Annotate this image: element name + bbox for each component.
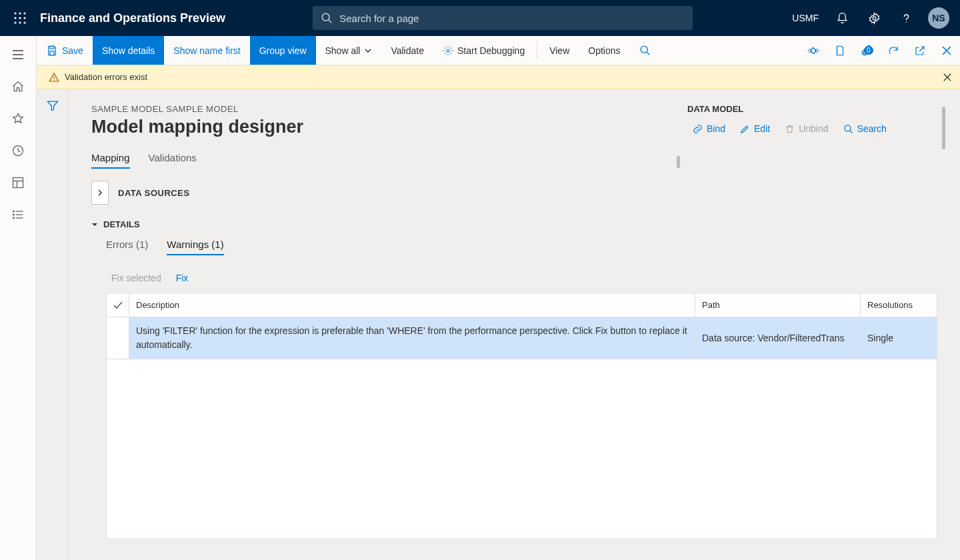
office-icon bbox=[834, 45, 846, 57]
app-launcher-button[interactable] bbox=[7, 12, 33, 24]
page-search-button[interactable] bbox=[630, 36, 660, 65]
related-info-button[interactable] bbox=[800, 45, 827, 57]
view-menu[interactable]: View bbox=[540, 36, 579, 65]
left-nav-rail bbox=[0, 36, 37, 89]
settings-button[interactable] bbox=[860, 0, 889, 36]
warning-icon bbox=[49, 72, 59, 83]
global-search[interactable] bbox=[313, 6, 693, 30]
svg-line-10 bbox=[329, 20, 331, 23]
svg-rect-27 bbox=[50, 51, 54, 55]
save-icon bbox=[46, 45, 58, 57]
refresh-icon bbox=[887, 45, 899, 57]
close-icon bbox=[941, 45, 952, 56]
chevron-down-icon bbox=[364, 47, 372, 55]
svg-point-11 bbox=[873, 17, 877, 20]
nav-hamburger[interactable] bbox=[2, 41, 34, 68]
svg-point-4 bbox=[19, 17, 21, 19]
search-input[interactable] bbox=[339, 13, 685, 24]
svg-point-7 bbox=[19, 21, 21, 23]
svg-point-3 bbox=[14, 17, 16, 19]
svg-point-12 bbox=[906, 21, 907, 23]
waffle-icon bbox=[14, 12, 26, 24]
refresh-button[interactable] bbox=[880, 45, 907, 57]
svg-point-28 bbox=[447, 49, 449, 52]
hamburger-icon bbox=[11, 48, 25, 61]
show-details-button[interactable]: Show details bbox=[93, 36, 164, 65]
svg-rect-26 bbox=[50, 46, 54, 49]
start-debugging-button[interactable]: Start Debugging bbox=[433, 36, 534, 65]
legal-entity[interactable]: USMF bbox=[785, 13, 825, 23]
svg-point-0 bbox=[14, 12, 16, 14]
help-button[interactable] bbox=[892, 0, 921, 36]
command-bar: Save Show details Show name first Group … bbox=[0, 36, 960, 65]
search-icon bbox=[639, 45, 651, 56]
popout-button[interactable] bbox=[907, 45, 933, 57]
gear-icon bbox=[868, 12, 881, 25]
options-menu[interactable]: Options bbox=[579, 36, 629, 65]
diamond-icon bbox=[807, 45, 819, 57]
svg-point-6 bbox=[14, 21, 16, 23]
search-icon bbox=[321, 12, 333, 24]
bell-icon bbox=[836, 12, 849, 25]
svg-point-1 bbox=[19, 12, 21, 14]
nav-home[interactable] bbox=[2, 73, 34, 89]
svg-point-9 bbox=[322, 13, 329, 21]
show-name-first-button[interactable]: Show name first bbox=[164, 36, 249, 65]
svg-point-34 bbox=[53, 79, 54, 80]
svg-point-2 bbox=[23, 12, 25, 14]
validate-button[interactable]: Validate bbox=[381, 36, 433, 65]
svg-line-30 bbox=[647, 52, 649, 55]
home-icon bbox=[11, 80, 25, 89]
svg-point-29 bbox=[641, 46, 647, 53]
svg-point-8 bbox=[23, 21, 25, 23]
open-office-button[interactable] bbox=[827, 45, 853, 57]
close-icon bbox=[943, 73, 952, 82]
attachments-button[interactable]: 0 bbox=[853, 45, 880, 57]
show-all-dropdown[interactable]: Show all bbox=[316, 36, 382, 65]
close-button[interactable] bbox=[933, 45, 960, 56]
save-label: Save bbox=[62, 45, 83, 56]
app-title: Finance and Operations Preview bbox=[40, 11, 225, 25]
question-icon bbox=[900, 12, 913, 25]
user-avatar[interactable]: NS bbox=[928, 7, 949, 29]
save-button[interactable]: Save bbox=[37, 36, 93, 65]
banner-text: Validation errors exist bbox=[65, 72, 147, 82]
validation-warning-banner: Validation errors exist bbox=[37, 65, 960, 89]
debug-icon bbox=[443, 45, 453, 56]
svg-point-5 bbox=[23, 17, 25, 19]
banner-close-button[interactable] bbox=[943, 73, 952, 82]
attachments-count: 0 bbox=[864, 46, 873, 55]
app-header: Finance and Operations Preview USMF NS bbox=[0, 0, 960, 36]
popout-icon bbox=[914, 45, 926, 57]
group-view-button[interactable]: Group view bbox=[250, 36, 316, 65]
notifications-button[interactable] bbox=[828, 0, 857, 36]
